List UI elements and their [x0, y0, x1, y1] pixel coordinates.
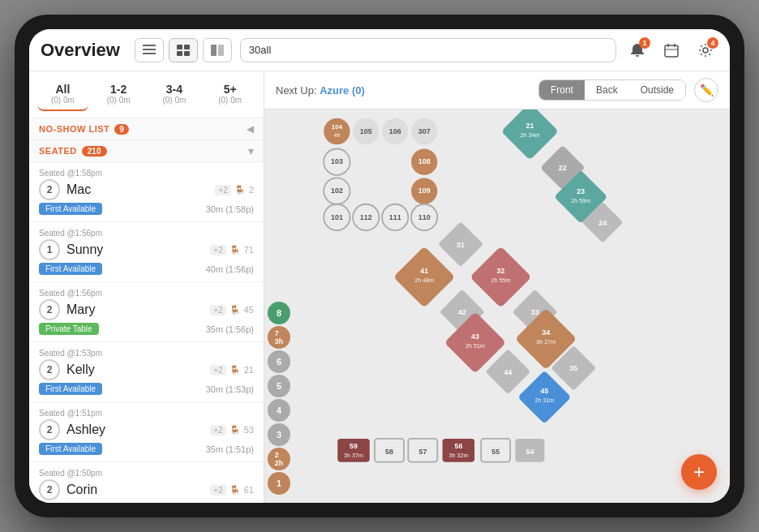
- left-panel: All (0) 0m 1-2 (0) 0m 3-4 (0) 0m 5+ (0) …: [29, 71, 264, 503]
- side-num-5[interactable]: 5: [268, 375, 290, 397]
- guest-item[interactable]: Seated @1:56pm 1 Sunny +2 🪑 71 First Ava: [29, 222, 264, 282]
- side-num-3[interactable]: 3: [268, 423, 290, 446]
- svg-text:21: 21: [525, 122, 534, 130]
- svg-rect-0: [143, 45, 156, 46]
- add-fab[interactable]: +: [681, 454, 717, 490]
- main-content: All (0) 0m 1-2 (0) 0m 3-4 (0) 0m 5+ (0) …: [29, 71, 730, 503]
- list-view-button[interactable]: [135, 38, 164, 62]
- table-57[interactable]: 57: [408, 439, 437, 462]
- side-num-4[interactable]: 4: [268, 399, 290, 422]
- guest-item[interactable]: Seated @1:51pm 2 Ashley +2 🪑 53 First Av: [29, 402, 264, 462]
- side-num-1[interactable]: 1: [268, 472, 290, 495]
- svg-text:57: 57: [418, 448, 427, 456]
- table-56[interactable]: 56 3h 32m: [443, 439, 475, 462]
- svg-text:42: 42: [458, 308, 466, 316]
- back-view-tab[interactable]: Back: [585, 80, 629, 100]
- svg-text:58: 58: [385, 448, 393, 456]
- svg-text:112: 112: [360, 213, 372, 221]
- tab-5-plus[interactable]: 5+ (0) 0m: [204, 78, 255, 111]
- svg-text:23: 23: [577, 187, 585, 195]
- guest-item[interactable]: Seated @1:58pm 2 Mac +2 🪑 2 First Availa: [29, 162, 264, 222]
- svg-text:106: 106: [389, 127, 401, 135]
- next-up-label: Next Up: Azure (0): [276, 84, 365, 97]
- map-svg: 104 4h 105 106 307 103 108: [264, 109, 730, 503]
- seated-arrow: ▾: [248, 144, 254, 157]
- side-num-7[interactable]: 73h: [268, 326, 290, 349]
- party-size: 2: [39, 179, 60, 200]
- page-title: Overview: [41, 40, 120, 61]
- tab-all[interactable]: All (0) 0m: [37, 78, 88, 111]
- svg-point-13: [703, 48, 708, 53]
- calendar-button[interactable]: [658, 37, 684, 63]
- table-59[interactable]: 59 3h 37m: [337, 439, 370, 462]
- guest-item[interactable]: Seated @1:53pm 2 Kelly +2 🪑 21 First Ava: [29, 342, 264, 402]
- seated-section[interactable]: SEATED 210 ▾: [29, 140, 264, 162]
- table-54[interactable]: 54: [515, 439, 544, 462]
- table-31[interactable]: 31: [438, 221, 483, 267]
- floor-map: 8 73h 6 5 4 3 22h 1 104 4h: [264, 109, 730, 503]
- svg-text:3h 32m: 3h 32m: [448, 453, 468, 459]
- svg-text:33: 33: [531, 308, 539, 316]
- outside-view-tab[interactable]: Outside: [629, 80, 685, 100]
- guest-item[interactable]: Seated @1:56pm 2 Mary +2 🪑 45 Private Ta: [29, 282, 264, 342]
- svg-text:2h 51m: 2h 51m: [465, 343, 485, 350]
- header: Overview 1: [29, 29, 730, 71]
- side-num-8[interactable]: 8: [268, 302, 290, 324]
- side-numbers: 8 73h 6 5 4 3 22h 1: [264, 109, 294, 503]
- svg-rect-5: [177, 51, 182, 56]
- table-58[interactable]: 58: [375, 439, 404, 462]
- table-21[interactable]: 21 2h 34m: [501, 109, 559, 161]
- device-frame: Overview 1: [15, 15, 744, 517]
- view-tabs: Front Back Outside: [538, 79, 686, 101]
- party-size: 2: [39, 479, 60, 500]
- notification-badge: 1: [639, 37, 650, 49]
- side-num-2[interactable]: 22h: [268, 448, 290, 470]
- settings-badge: 4: [707, 37, 718, 49]
- settings-button[interactable]: 4: [693, 37, 718, 63]
- front-view-tab[interactable]: Front: [539, 80, 585, 100]
- svg-text:22: 22: [559, 164, 567, 172]
- map-header: Next Up: Azure (0) Front Back Outside ✏️: [264, 71, 730, 109]
- svg-text:2h 31m: 2h 31m: [534, 397, 554, 404]
- edit-button[interactable]: ✏️: [694, 78, 718, 102]
- notification-button[interactable]: 1: [624, 37, 650, 63]
- svg-text:44: 44: [504, 368, 512, 376]
- svg-text:2h 59m: 2h 59m: [571, 198, 590, 204]
- svg-text:102: 102: [331, 187, 343, 195]
- tab-1-2[interactable]: 1-2 (0) 0m: [93, 78, 144, 111]
- guests-list: Seated @1:58pm 2 Mac +2 🪑 2 First Availa: [29, 162, 264, 503]
- noshow-section[interactable]: NO-SHOW LIST 9 ◀: [29, 118, 264, 140]
- svg-text:109: 109: [418, 187, 431, 195]
- svg-text:104: 104: [332, 123, 343, 131]
- table-32[interactable]: 32 2h 55m: [470, 246, 531, 307]
- svg-text:59: 59: [349, 442, 358, 450]
- svg-rect-3: [177, 45, 182, 49]
- svg-text:4h: 4h: [333, 132, 340, 139]
- party-size: 2: [39, 419, 60, 440]
- party-size: 2: [39, 359, 60, 380]
- guest-item[interactable]: Seated @1:50pm 2 Corin +2 🪑 61: [29, 462, 264, 503]
- svg-rect-2: [143, 53, 156, 54]
- table-55[interactable]: 55: [481, 439, 510, 462]
- search-input[interactable]: [240, 38, 616, 62]
- split-view-button[interactable]: [203, 38, 232, 62]
- svg-text:35: 35: [569, 364, 577, 372]
- svg-text:3h 37m: 3h 37m: [344, 453, 363, 459]
- table-41[interactable]: 41 2h 48m: [393, 246, 455, 307]
- svg-text:31: 31: [457, 241, 465, 249]
- noshow-arrow: ◀: [247, 123, 254, 135]
- svg-rect-8: [218, 45, 224, 56]
- grid-view-button[interactable]: [169, 38, 198, 62]
- svg-text:24: 24: [598, 219, 607, 227]
- svg-text:111: 111: [389, 213, 401, 221]
- svg-text:3h 27m: 3h 27m: [536, 339, 555, 345]
- svg-text:41: 41: [420, 267, 428, 275]
- svg-rect-4: [184, 45, 190, 49]
- party-size: 1: [39, 239, 60, 260]
- party-size-tabs: All (0) 0m 1-2 (0) 0m 3-4 (0) 0m 5+ (0) …: [29, 71, 264, 118]
- side-num-6[interactable]: 6: [268, 350, 290, 373]
- table-104[interactable]: [324, 118, 349, 144]
- svg-text:307: 307: [418, 127, 431, 135]
- tab-3-4[interactable]: 3-4 (0) 0m: [149, 78, 200, 111]
- svg-text:54: 54: [525, 448, 534, 456]
